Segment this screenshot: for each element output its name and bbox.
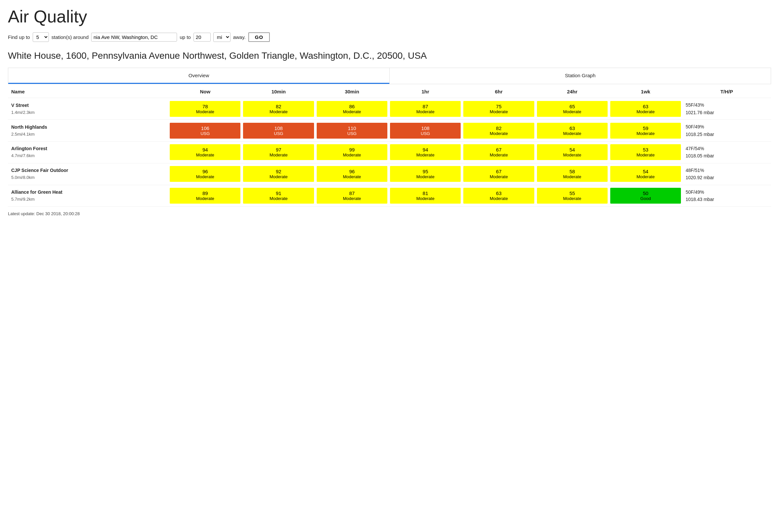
cell-hr24-3: 58Moderate — [536, 163, 609, 185]
distance-unit-select[interactable]: mikm — [213, 32, 231, 42]
go-button[interactable]: GO — [248, 32, 270, 42]
cell-hr24-0: 65Moderate — [536, 98, 609, 120]
stations-around-label: station(s) around — [52, 34, 89, 40]
cell-min30-3: 96Moderate — [315, 163, 389, 185]
col-header-1wk: 1wk — [609, 84, 682, 98]
cell-min10-1: 108USG — [242, 120, 315, 142]
cell-hr1-2: 94Moderate — [389, 141, 462, 163]
cell-hr6-0: 75Moderate — [462, 98, 535, 120]
cell-min10-0: 82Moderate — [242, 98, 315, 120]
col-header-now: Now — [168, 84, 242, 98]
station-name-cell: North Highlands2.5mi/4.1km — [8, 120, 168, 142]
cell-min30-1: 110USG — [315, 120, 389, 142]
location-title: White House, 1600, Pennsylvania Avenue N… — [8, 50, 771, 62]
cell-wk1-1: 59Moderate — [609, 120, 682, 142]
cell-hr6-1: 82Moderate — [462, 120, 535, 142]
tab-station-graph[interactable]: Station Graph — [390, 68, 771, 84]
cell-hr1-1: 108USG — [389, 120, 462, 142]
cell-hr1-4: 81Moderate — [389, 185, 462, 207]
away-label: away. — [233, 34, 246, 40]
cell-hr1-0: 87Moderate — [389, 98, 462, 120]
cell-hr24-4: 55Moderate — [536, 185, 609, 207]
distance-input[interactable] — [193, 33, 211, 42]
cell-now-3: 96Moderate — [168, 163, 242, 185]
cell-wk1-2: 53Moderate — [609, 141, 682, 163]
cell-min10-2: 97Moderate — [242, 141, 315, 163]
table-header: NameNow10min30min1hr6hr24hr1wkT/H/P — [8, 84, 771, 98]
cell-hr6-2: 67Moderate — [462, 141, 535, 163]
table-body: V Street1.4mi/2.3km78Moderate82Moderate8… — [8, 98, 771, 207]
table-row: North Highlands2.5mi/4.1km106USG108USG11… — [8, 120, 771, 142]
col-header-thp: T/H/P — [682, 84, 771, 98]
cell-thp-4: 50F/49%1018.43 mbar — [682, 185, 771, 207]
cell-thp-3: 48F/51%1020.92 mbar — [682, 163, 771, 185]
cell-min10-3: 92Moderate — [242, 163, 315, 185]
station-count-select[interactable]: 1234510 — [33, 32, 49, 42]
cell-hr6-3: 67Moderate — [462, 163, 535, 185]
col-header-30min: 30min — [315, 84, 389, 98]
cell-wk1-0: 63Moderate — [609, 98, 682, 120]
station-name-cell: V Street1.4mi/2.3km — [8, 98, 168, 120]
cell-hr6-4: 63Moderate — [462, 185, 535, 207]
table-row: V Street1.4mi/2.3km78Moderate82Moderate8… — [8, 98, 771, 120]
tab-overview[interactable]: Overview — [8, 68, 390, 84]
latest-update: Latest update: Dec 30 2018, 20:00:28 — [8, 211, 771, 216]
table-row: CJP Science Fair Outdoor5.0mi/8.0km96Mod… — [8, 163, 771, 185]
col-header-10min: 10min — [242, 84, 315, 98]
cell-hr24-2: 54Moderate — [536, 141, 609, 163]
controls-bar: Find up to 1234510 station(s) around up … — [8, 32, 771, 42]
cell-now-0: 78Moderate — [168, 98, 242, 120]
col-header-6hr: 6hr — [462, 84, 535, 98]
cell-now-4: 89Moderate — [168, 185, 242, 207]
air-quality-table: NameNow10min30min1hr6hr24hr1wkT/H/P V St… — [8, 84, 771, 207]
find-up-to-label: Find up to — [8, 34, 30, 40]
col-header-name: Name — [8, 84, 168, 98]
cell-thp-0: 55F/43%1021.76 mbar — [682, 98, 771, 120]
station-name-cell: CJP Science Fair Outdoor5.0mi/8.0km — [8, 163, 168, 185]
cell-min30-0: 86Moderate — [315, 98, 389, 120]
cell-now-2: 94Moderate — [168, 141, 242, 163]
cell-min30-4: 87Moderate — [315, 185, 389, 207]
table-row: Arlington Forest4.7mi/7.6km94Moderate97M… — [8, 141, 771, 163]
cell-wk1-3: 54Moderate — [609, 163, 682, 185]
col-header-24hr: 24hr — [536, 84, 609, 98]
up-to-label: up to — [180, 34, 190, 40]
page-title: Air Quality — [8, 7, 771, 26]
station-name-cell: Arlington Forest4.7mi/7.6km — [8, 141, 168, 163]
location-input[interactable] — [91, 33, 177, 42]
cell-min10-4: 91Moderate — [242, 185, 315, 207]
table-row: Alliance for Green Heat5.7mi/9.2km89Mode… — [8, 185, 771, 207]
col-header-1hr: 1hr — [389, 84, 462, 98]
cell-thp-1: 50F/49%1018.25 mbar — [682, 120, 771, 142]
cell-wk1-4: 50Good — [609, 185, 682, 207]
cell-now-1: 106USG — [168, 120, 242, 142]
tabs-container: Overview Station Graph — [8, 68, 771, 84]
cell-hr24-1: 63Moderate — [536, 120, 609, 142]
cell-thp-2: 47F/54%1018.05 mbar — [682, 141, 771, 163]
cell-min30-2: 99Moderate — [315, 141, 389, 163]
cell-hr1-3: 95Moderate — [389, 163, 462, 185]
station-name-cell: Alliance for Green Heat5.7mi/9.2km — [8, 185, 168, 207]
